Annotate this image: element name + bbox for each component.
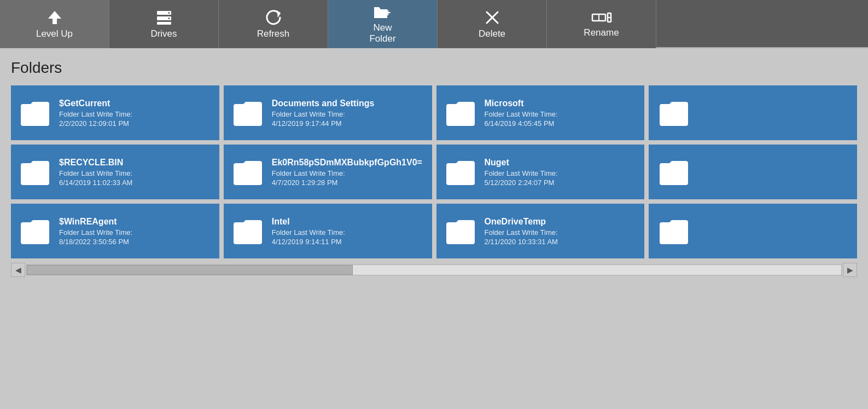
delete-button[interactable]: Delete xyxy=(438,0,547,48)
folder-card[interactable]: $GetCurrent Folder Last Write Time: 2/2/… xyxy=(11,85,219,140)
rename-button[interactable]: Rename xyxy=(547,0,656,48)
folder-card[interactable]: $RECYCLE.BIN Folder Last Write Time: 6/1… xyxy=(11,145,219,199)
folder-meta-label: Folder Last Write Time: xyxy=(59,169,132,177)
scroll-track[interactable] xyxy=(26,264,842,275)
scrollbar: ◀ ▶ xyxy=(11,263,857,277)
folder-meta-label: Folder Last Write Time: xyxy=(485,228,558,237)
folder-info: Documents and Settings Folder Last Write… xyxy=(272,98,375,127)
drives-button[interactable]: Drives xyxy=(109,0,219,48)
folder-name: Microsoft xyxy=(485,98,558,108)
folder-info: Intel Folder Last Write Time: 4/12/2019 … xyxy=(272,216,345,245)
folder-icon xyxy=(20,158,50,186)
folder-icon xyxy=(445,99,476,127)
folder-meta-label: Folder Last Write Time: xyxy=(272,228,345,237)
folder-card xyxy=(649,204,857,258)
folder-date: 4/12/2019 9:14:11 PM xyxy=(272,238,345,246)
folder-icon xyxy=(657,99,688,127)
section-title: Folders xyxy=(11,59,857,77)
folder-date: 6/14/2019 11:02:33 AM xyxy=(59,178,132,187)
folder-meta-label: Folder Last Write Time: xyxy=(485,169,558,177)
svg-marker-0 xyxy=(48,11,61,24)
folder-card xyxy=(649,85,857,140)
drives-icon xyxy=(155,9,173,26)
folder-card[interactable]: Documents and Settings Folder Last Write… xyxy=(224,85,432,140)
folder-date: 2/11/2020 10:33:31 AM xyxy=(485,238,558,246)
new-folder-button[interactable]: + NewFolder xyxy=(328,0,438,48)
folder-date: 4/7/2020 1:29:28 PM xyxy=(272,178,422,187)
folder-icon xyxy=(657,217,688,245)
folder-card[interactable]: Microsoft Folder Last Write Time: 6/14/2… xyxy=(436,85,645,140)
delete-icon xyxy=(483,9,501,26)
folder-icon xyxy=(232,99,263,127)
folder-date: 4/12/2019 9:17:44 PM xyxy=(272,119,375,128)
folder-icon xyxy=(20,217,50,245)
folder-icon xyxy=(445,158,476,186)
svg-point-4 xyxy=(168,12,170,14)
toolbar: Level Up Drives Refresh + xyxy=(0,0,868,48)
folder-icon xyxy=(445,217,476,245)
folder-icon xyxy=(232,158,263,186)
new-folder-icon: + xyxy=(373,4,393,20)
level-up-label: Level Up xyxy=(36,28,73,39)
folder-info: $WinREAgent Folder Last Write Time: 8/18… xyxy=(59,216,132,245)
folder-name: Ek0Rn58pSDmMXBubkpfGpGh1V0= xyxy=(272,157,422,168)
refresh-button[interactable]: Refresh xyxy=(219,0,328,48)
rename-label: Rename xyxy=(584,27,619,38)
folder-card[interactable]: Intel Folder Last Write Time: 4/12/2019 … xyxy=(224,204,432,258)
new-folder-label: NewFolder xyxy=(369,22,395,45)
delete-label: Delete xyxy=(479,28,505,39)
refresh-label: Refresh xyxy=(257,28,290,39)
svg-rect-3 xyxy=(157,22,171,25)
folder-grid: $GetCurrent Folder Last Write Time: 2/2/… xyxy=(11,85,857,258)
folder-date: 5/12/2020 2:24:07 PM xyxy=(485,178,558,187)
folder-info: Ek0Rn58pSDmMXBubkpfGpGh1V0= Folder Last … xyxy=(272,157,422,186)
svg-text:+: + xyxy=(385,7,391,18)
scroll-thumb xyxy=(27,265,353,275)
svg-point-5 xyxy=(168,18,170,19)
folder-card[interactable]: Ek0Rn58pSDmMXBubkpfGpGh1V0= Folder Last … xyxy=(224,145,432,199)
folder-meta-label: Folder Last Write Time: xyxy=(485,110,558,118)
folder-name: $WinREAgent xyxy=(59,216,132,227)
folder-meta-label: Folder Last Write Time: xyxy=(272,110,375,118)
folder-name: Intel xyxy=(272,216,345,227)
folder-date: 6/14/2019 4:05:45 PM xyxy=(485,119,558,128)
level-up-button[interactable]: Level Up xyxy=(0,0,109,48)
folder-card[interactable]: Nuget Folder Last Write Time: 5/12/2020 … xyxy=(436,145,645,199)
folder-info: Microsoft Folder Last Write Time: 6/14/2… xyxy=(485,98,558,127)
folder-card[interactable]: OneDriveTemp Folder Last Write Time: 2/1… xyxy=(436,204,645,258)
folder-name: Documents and Settings xyxy=(272,98,375,108)
folder-info: $GetCurrent Folder Last Write Time: 2/2/… xyxy=(59,98,132,127)
folder-date: 8/18/2022 3:50:56 PM xyxy=(59,238,132,246)
folder-meta-label: Folder Last Write Time: xyxy=(59,110,132,118)
folder-card[interactable]: $WinREAgent Folder Last Write Time: 8/18… xyxy=(11,204,219,258)
folder-icon xyxy=(657,158,688,186)
folder-date: 2/2/2020 12:09:01 PM xyxy=(59,119,132,128)
scroll-left-button[interactable]: ◀ xyxy=(11,263,25,277)
main-content: Folders $GetCurrent Folder Last Write Ti… xyxy=(0,48,868,283)
folder-card xyxy=(649,145,857,199)
scroll-right-button[interactable]: ▶ xyxy=(843,263,857,277)
folder-info: $RECYCLE.BIN Folder Last Write Time: 6/1… xyxy=(59,157,132,186)
folder-info: OneDriveTemp Folder Last Write Time: 2/1… xyxy=(485,216,558,245)
folder-icon xyxy=(20,99,50,127)
folder-name: $GetCurrent xyxy=(59,98,132,108)
rename-icon xyxy=(591,10,612,25)
drives-label: Drives xyxy=(150,28,177,39)
refresh-icon xyxy=(265,9,282,26)
folder-name: OneDriveTemp xyxy=(485,216,558,227)
folder-meta-label: Folder Last Write Time: xyxy=(59,228,132,237)
folder-icon xyxy=(232,217,263,245)
folder-info: Nuget Folder Last Write Time: 5/12/2020 … xyxy=(485,157,558,186)
folder-name: Nuget xyxy=(485,157,558,168)
folder-meta-label: Folder Last Write Time: xyxy=(272,169,422,177)
folder-name: $RECYCLE.BIN xyxy=(59,157,132,168)
arrow-up-icon xyxy=(46,9,63,26)
